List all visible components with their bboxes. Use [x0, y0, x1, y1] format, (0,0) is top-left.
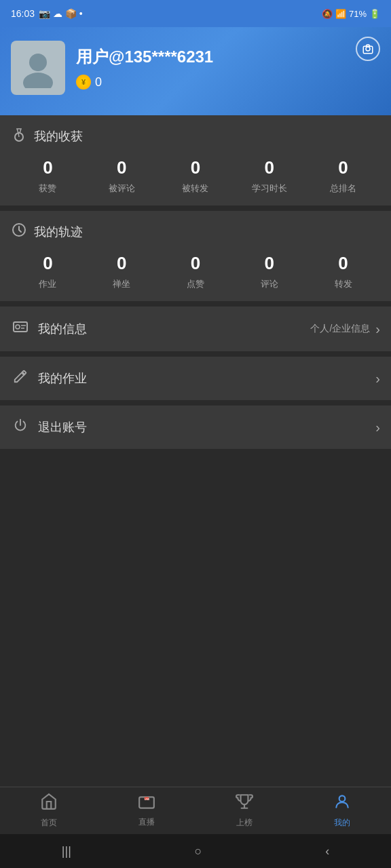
trail-shares-label: 转发 — [335, 278, 352, 290]
my-trail-section: 我的轨迹 0 作业 0 禅坐 0 点赞 0 评论 0 转发 — [0, 211, 391, 301]
menu-item-my-homework[interactable]: 我的作业 › — [0, 357, 391, 400]
trail-likes-value: 0 — [191, 253, 200, 274]
power-icon — [11, 418, 30, 437]
svg-point-0 — [29, 54, 47, 71]
trail-meditation-label: 禅坐 — [113, 278, 130, 290]
trail-comments-label: 评论 — [261, 278, 278, 290]
medal-icon — [11, 126, 27, 146]
wifi-icon: 📶 — [335, 9, 346, 19]
svg-rect-3 — [363, 46, 373, 54]
menu-item-logout[interactable]: 退出账号 › — [0, 406, 391, 449]
stat-shares: 0 被转发 — [159, 157, 233, 195]
trail-shares: 0 转发 — [306, 253, 380, 290]
chevron-right-icon-2: › — [375, 371, 380, 387]
gains-header: 我的收获 — [11, 126, 380, 146]
battery-text: 71% — [349, 9, 367, 19]
nav-home-label: 首页 — [41, 817, 57, 829]
sys-nav-back[interactable]: ‹ — [325, 844, 329, 859]
nav-live-label: 直播 — [138, 816, 155, 828]
back-icon: ‹ — [325, 844, 329, 859]
stat-rank-value: 0 — [338, 157, 348, 178]
trail-meditation-value: 0 — [117, 253, 126, 274]
avatar[interactable] — [11, 41, 65, 95]
coin-icon: ¥ — [76, 75, 91, 90]
svg-point-7 — [16, 325, 20, 329]
trail-stats-row: 0 作业 0 禅坐 0 点赞 0 评论 0 转发 — [11, 253, 380, 290]
stat-shares-value: 0 — [191, 157, 200, 178]
stat-study-value: 0 — [265, 157, 274, 178]
status-icons: 📷 ☁ 📦 • — [39, 8, 83, 19]
stat-rank: 0 总排名 — [306, 157, 380, 195]
trail-homework-value: 0 — [43, 253, 52, 274]
nav-item-mine[interactable]: 我的 — [293, 793, 391, 829]
stat-rank-label: 总排名 — [330, 182, 356, 195]
person-icon — [333, 793, 351, 814]
nav-item-home[interactable]: 首页 — [0, 793, 98, 829]
chevron-right-icon: › — [375, 321, 380, 337]
nav-item-live[interactable]: LIVE 直播 — [98, 793, 196, 828]
nav-ranking-label: 上榜 — [236, 817, 253, 829]
menu-item-my-homework-left: 我的作业 — [11, 369, 87, 388]
trail-shares-value: 0 — [338, 253, 348, 274]
menu-logout-label: 退出账号 — [38, 419, 87, 435]
status-bar-right: 🔕 📶 71% 🔋 — [322, 9, 380, 19]
stat-comments-label: 被评论 — [109, 182, 135, 195]
stat-likes-value: 0 — [43, 157, 52, 178]
menu-item-my-info-left: 我的信息 — [11, 319, 87, 339]
svg-point-2 — [366, 47, 370, 51]
profile-header: 用户@135****6231 ¥ 0 — [0, 27, 391, 115]
nav-mine-label: 我的 — [334, 817, 350, 829]
live-tv-icon: LIVE — [138, 793, 155, 811]
stat-shares-label: 被转发 — [182, 182, 208, 195]
menu-item-logout-left: 退出账号 — [11, 418, 87, 437]
home-icon — [40, 793, 58, 814]
user-info: 用户@135****6231 ¥ 0 — [76, 46, 213, 90]
stat-comments: 0 被评论 — [85, 157, 159, 195]
status-bar-left: 16:03 📷 ☁ 📦 • — [11, 8, 83, 19]
status-time: 16:03 — [11, 8, 35, 19]
nav-item-ranking[interactable]: 上榜 — [196, 793, 293, 829]
menu-my-info-label: 我的信息 — [38, 321, 87, 337]
menu-my-info-right: 个人/企业信息 › — [310, 321, 380, 337]
svg-text:LIVE: LIVE — [145, 798, 150, 801]
menu-my-info-right-text: 个人/企业信息 — [310, 323, 370, 335]
stat-likes: 0 获赞 — [11, 157, 85, 195]
camera-icon — [362, 43, 374, 55]
menu-my-homework-label: 我的作业 — [38, 370, 87, 387]
avatar-image — [18, 47, 58, 88]
camera-button[interactable] — [356, 37, 380, 61]
stat-study: 0 学习时长 — [232, 157, 306, 195]
system-nav-bar: ||| ○ ‹ — [0, 834, 391, 868]
coins-row: ¥ 0 — [76, 75, 213, 90]
menu-item-my-info[interactable]: 我的信息 个人/企业信息 › — [0, 307, 391, 351]
sys-nav-home[interactable]: ○ — [195, 844, 202, 859]
bottom-nav: 首页 LIVE 直播 上榜 我的 — [0, 787, 391, 834]
empty-area — [0, 454, 391, 576]
id-card-icon — [11, 319, 30, 339]
stat-likes-label: 获赞 — [39, 182, 56, 195]
sys-home-icon: ○ — [195, 844, 202, 859]
trail-title: 我的轨迹 — [34, 224, 83, 240]
sys-nav-recent[interactable]: ||| — [62, 844, 71, 859]
pencil-icon — [11, 369, 30, 388]
my-gains-section: 我的收获 0 获赞 0 被评论 0 被转发 0 学习时长 0 总排名 — [0, 115, 391, 205]
signal-icon: 🔕 — [322, 9, 333, 19]
battery-icon: 🔋 — [369, 9, 380, 19]
coins-value: 0 — [95, 75, 102, 90]
nav-live-icon-wrapper: LIVE — [138, 793, 155, 814]
trail-likes-label: 点赞 — [187, 278, 204, 290]
trail-likes: 0 点赞 — [159, 253, 233, 290]
stat-study-label: 学习时长 — [252, 182, 287, 195]
clock-icon — [11, 222, 27, 242]
trail-header: 我的轨迹 — [11, 222, 380, 242]
menu-logout-right: › — [375, 420, 380, 435]
status-bar: 16:03 📷 ☁ 📦 • 🔕 📶 71% 🔋 — [0, 0, 391, 27]
stat-comments-value: 0 — [117, 157, 126, 178]
trail-homework: 0 作业 — [11, 253, 85, 290]
username: 用户@135****6231 — [76, 46, 213, 68]
recent-apps-icon: ||| — [62, 844, 71, 859]
menu-my-homework-right: › — [375, 371, 380, 387]
trail-meditation: 0 禅坐 — [85, 253, 159, 290]
trail-comments-value: 0 — [265, 253, 274, 274]
gains-title: 我的收获 — [34, 128, 83, 144]
